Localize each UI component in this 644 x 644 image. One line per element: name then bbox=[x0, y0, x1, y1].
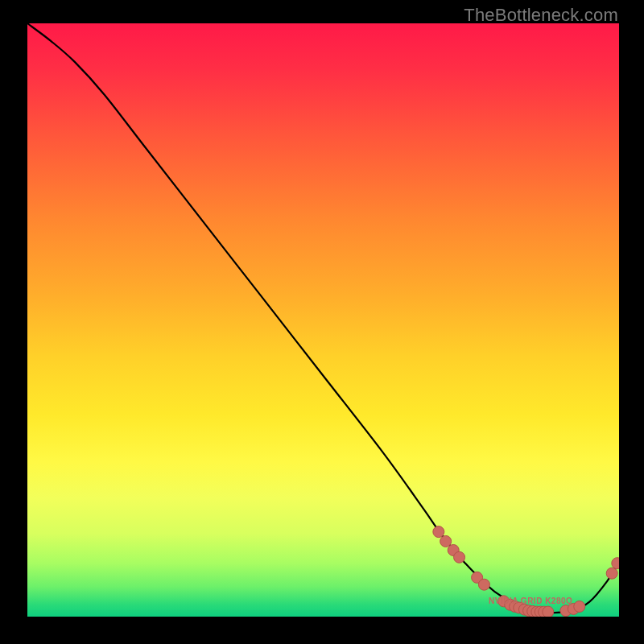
data-point bbox=[440, 535, 452, 547]
watermark-text: TheBottleneck.com bbox=[464, 5, 618, 26]
curve-layer bbox=[27, 23, 619, 617]
data-point bbox=[612, 558, 619, 569]
chart-frame: NVIDIA GRID K280Q TheBottleneck.com bbox=[0, 0, 644, 644]
data-point bbox=[433, 526, 444, 538]
bottleneck-curve bbox=[27, 23, 619, 613]
data-point bbox=[606, 568, 617, 579]
plot-area: NVIDIA GRID K280Q bbox=[27, 23, 619, 617]
data-point bbox=[543, 606, 554, 617]
data-point bbox=[574, 601, 585, 612]
data-point bbox=[454, 551, 465, 563]
data-point bbox=[478, 579, 489, 590]
data-markers bbox=[433, 526, 619, 617]
